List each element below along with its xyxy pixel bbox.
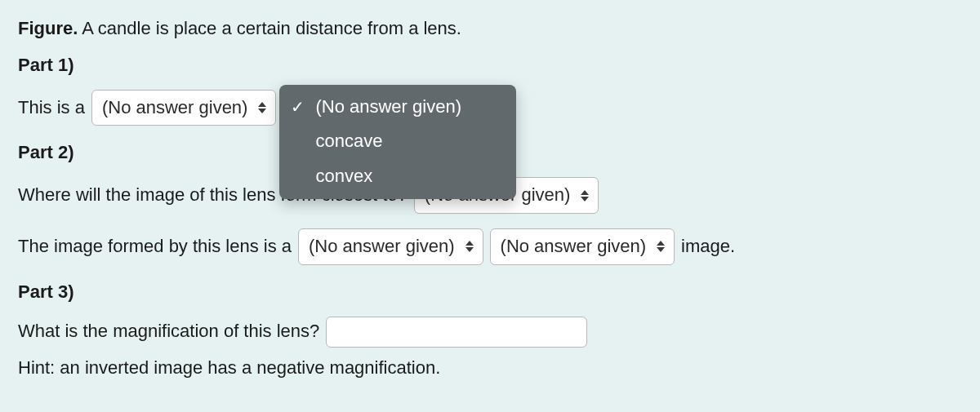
updown-icon — [257, 102, 267, 113]
magnification-input[interactable] — [326, 317, 587, 348]
dropdown-option[interactable]: concave — [279, 124, 516, 159]
part3-label: Part 3) — [18, 280, 962, 305]
select-value: (No answer given) — [309, 234, 455, 259]
part3-question-row: What is the magnification of this lens? — [18, 317, 962, 348]
part3-question: What is the magnification of this lens? — [18, 319, 319, 344]
part1-label: Part 1) — [18, 53, 962, 78]
part1-select-1[interactable]: (No answer given) — [91, 90, 277, 126]
figure-caption: A candle is place a certain distance fro… — [82, 18, 461, 38]
dropdown-option[interactable]: convex — [279, 159, 516, 194]
updown-icon — [580, 190, 590, 202]
figure-label: Figure. — [18, 18, 78, 38]
part2-q2-select-1[interactable]: (No answer given) — [298, 228, 483, 265]
select-value: (No answer given) — [102, 95, 248, 121]
dropdown-option[interactable]: (No answer given) — [279, 90, 516, 125]
part2-q2-suffix: image. — [681, 234, 735, 259]
part2-q2-prefix: The image formed by this lens is a — [18, 234, 292, 259]
select-value: (No answer given) — [501, 234, 647, 259]
dropdown-menu[interactable]: (No answer given)concaveconvex — [279, 85, 516, 199]
part1-prefix: This is a — [18, 95, 85, 121]
part2-q2-row: The image formed by this lens is a (No a… — [18, 228, 962, 265]
part2-q2-select-2[interactable]: (No answer given) — [490, 228, 675, 265]
figure-caption-line: Figure. A candle is place a certain dist… — [18, 16, 962, 42]
updown-icon — [656, 241, 666, 252]
updown-icon — [465, 241, 474, 252]
part3-hint: Hint: an inverted image has a negative m… — [18, 356, 962, 381]
